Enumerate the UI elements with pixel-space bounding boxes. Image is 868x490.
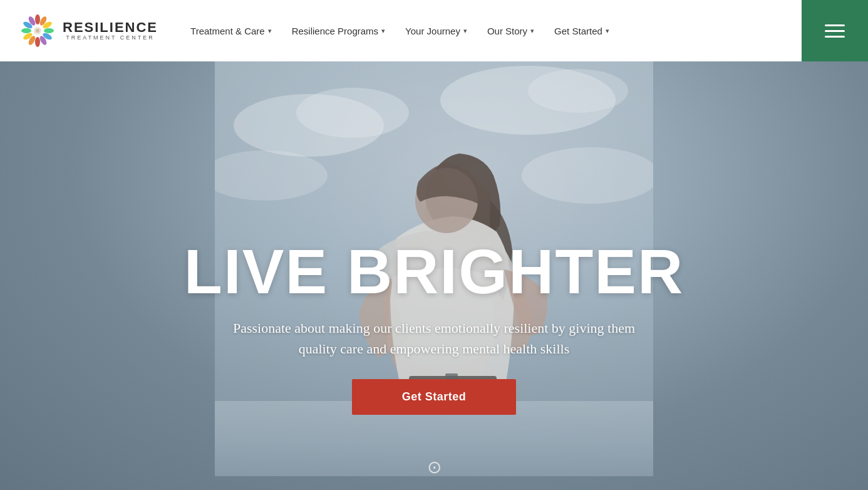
svg-point-22 [21, 28, 31, 33]
svg-point-13 [35, 14, 40, 24]
chevron-down-icon: ▾ [381, 27, 385, 35]
nav-item-treatment[interactable]: Treatment & Care ▾ [183, 21, 279, 41]
hamburger-line-2 [825, 30, 845, 32]
hamburger-icon [825, 24, 845, 38]
nav-item-story[interactable]: Our Story ▾ [480, 21, 542, 41]
navbar: RESILIENCE TREATMENT CENTER Treatment & … [0, 0, 802, 61]
chevron-down-icon: ▾ [606, 27, 609, 35]
nav-programs-label: Resilience Programs [292, 26, 378, 36]
nav-journey-label: Your Journey [405, 26, 460, 36]
chevron-down-icon: ▾ [463, 27, 467, 35]
hero-subtitle: Passionate about making our clients emot… [221, 318, 647, 359]
svg-point-19 [35, 37, 40, 47]
nav-links: Treatment & Care ▾ Resilience Programs ▾… [183, 21, 617, 41]
svg-point-26 [36, 29, 39, 33]
hero-cta-button[interactable]: Get Started [352, 379, 517, 415]
logo-brand: RESILIENCE [63, 20, 158, 35]
nav-item-journey[interactable]: Your Journey ▾ [398, 21, 475, 41]
hamburger-menu-button[interactable] [802, 0, 868, 61]
svg-point-4 [528, 69, 628, 113]
logo-link[interactable]: RESILIENCE TREATMENT CENTER [19, 12, 158, 50]
hero-content: LIVE BRIGHTER Passionate about making ou… [152, 240, 716, 415]
hamburger-line-3 [825, 36, 845, 38]
svg-point-16 [44, 28, 54, 33]
svg-point-2 [296, 88, 409, 138]
nav-item-getstarted[interactable]: Get Started ▾ [547, 21, 617, 41]
logo-text: RESILIENCE TREATMENT CENTER [63, 20, 158, 41]
svg-point-6 [522, 147, 653, 204]
nav-treatment-label: Treatment & Care [190, 26, 265, 36]
chevron-down-icon: ▾ [530, 27, 534, 35]
hero-section: LIVE BRIGHTER Passionate about making ou… [0, 0, 868, 490]
scroll-indicator: ⊙ [427, 457, 442, 477]
logo-subtitle: TREATMENT CENTER [63, 35, 158, 41]
logo-icon [19, 12, 56, 50]
nav-item-programs[interactable]: Resilience Programs ▾ [284, 21, 393, 41]
nav-getstarted-label: Get Started [554, 26, 602, 36]
hero-title: LIVE BRIGHTER [152, 240, 716, 303]
nav-story-label: Our Story [487, 26, 527, 36]
chevron-down-icon: ▾ [268, 27, 272, 35]
hamburger-line-1 [825, 24, 845, 26]
